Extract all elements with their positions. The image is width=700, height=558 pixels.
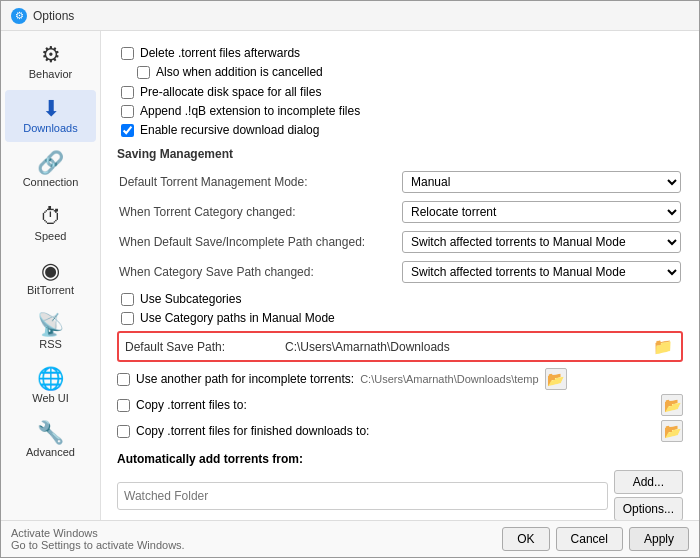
sidebar-item-rss[interactable]: 📡 RSS: [5, 306, 96, 358]
also-when-cancelled-row: Also when addition is cancelled: [117, 65, 683, 79]
sidebar-item-behavior[interactable]: ⚙ Behavior: [5, 36, 96, 88]
watched-folder-input[interactable]: [117, 482, 608, 510]
also-when-cancelled-label: Also when addition is cancelled: [156, 65, 323, 79]
delete-torrent-files-checkbox[interactable]: [121, 47, 134, 60]
default-save-path-label: Default Save Path:: [125, 340, 285, 354]
when-category-save-row: When Category Save Path changed: Switch …: [117, 257, 683, 287]
window-title: Options: [33, 9, 74, 23]
sidebar-label-advanced: Advanced: [26, 446, 75, 458]
when-default-save-select[interactable]: Switch affected torrents to Manual Switc…: [402, 231, 681, 253]
sidebar-item-downloads[interactable]: ⬇ Downloads: [5, 90, 96, 142]
when-default-save-label: When Default Save/Incomplete Path change…: [117, 227, 400, 257]
copy-torrent-finished-checkbox[interactable]: [117, 425, 130, 438]
incomplete-path-checkbox[interactable]: [117, 373, 130, 386]
footer: Activate Windows Go to Settings to activ…: [1, 520, 699, 557]
pre-allocate-row: Pre-allocate disk space for all files: [117, 85, 683, 99]
enable-recursive-row: Enable recursive download dialog: [117, 123, 683, 137]
sidebar-label-bittorrent: BitTorrent: [27, 284, 74, 296]
settings-table: Default Torrent Management Mode: Manual …: [117, 167, 683, 287]
sidebar: ⚙ Behavior ⬇ Downloads 🔗 Connection ⏱ Sp…: [1, 31, 101, 520]
saving-management-title: Saving Management: [117, 147, 683, 161]
ok-button[interactable]: OK: [502, 527, 549, 551]
main-layout: ⚙ Behavior ⬇ Downloads 🔗 Connection ⏱ Sp…: [1, 31, 699, 520]
append-iqb-label: Append .!qB extension to incomplete file…: [140, 104, 360, 118]
add-watched-folder-button[interactable]: Add...: [614, 470, 683, 494]
default-management-select[interactable]: Manual Automatic: [402, 171, 681, 193]
activate-windows-text: Activate Windows: [11, 527, 185, 539]
rss-icon: 📡: [37, 314, 64, 336]
main-panel: Delete .torrent files afterwards Also wh…: [101, 31, 699, 520]
sidebar-label-speed: Speed: [35, 230, 67, 242]
when-default-save-row: When Default Save/Incomplete Path change…: [117, 227, 683, 257]
use-category-paths-label: Use Category paths in Manual Mode: [140, 311, 335, 325]
sidebar-label-webui: Web UI: [32, 392, 68, 404]
sidebar-item-speed[interactable]: ⏱ Speed: [5, 198, 96, 250]
copy-torrent-finished-label: Copy .torrent files for finished downloa…: [136, 424, 369, 438]
speed-icon: ⏱: [40, 206, 62, 228]
when-category-save-label: When Category Save Path changed:: [117, 257, 400, 287]
connection-icon: 🔗: [37, 152, 64, 174]
behavior-icon: ⚙: [41, 44, 61, 66]
when-category-save-select[interactable]: Switch affected torrents to Manual Switc…: [402, 261, 681, 283]
go-to-settings-text: Go to Settings to activate Windows.: [11, 539, 185, 551]
advanced-icon: 🔧: [37, 422, 64, 444]
apply-button[interactable]: Apply: [629, 527, 689, 551]
downloads-icon: ⬇: [42, 98, 60, 120]
sidebar-label-behavior: Behavior: [29, 68, 72, 80]
incomplete-path-label: Use another path for incomplete torrents…: [136, 372, 354, 386]
sidebar-label-connection: Connection: [23, 176, 79, 188]
sidebar-item-webui[interactable]: 🌐 Web UI: [5, 360, 96, 412]
webui-icon: 🌐: [37, 368, 64, 390]
titlebar: ⚙ Options: [1, 1, 699, 31]
use-subcategories-row: Use Subcategories: [117, 292, 683, 306]
enable-recursive-label: Enable recursive download dialog: [140, 123, 319, 137]
activate-windows-overlay: Activate Windows Go to Settings to activ…: [11, 527, 185, 551]
append-iqb-row: Append .!qB extension to incomplete file…: [117, 104, 683, 118]
pre-allocate-label: Pre-allocate disk space for all files: [140, 85, 321, 99]
copy-torrent-finished-row: Copy .torrent files for finished downloa…: [117, 420, 683, 442]
default-save-path-container: Default Save Path: C:\Users\Amarnath\Dow…: [117, 331, 683, 362]
append-iqb-checkbox[interactable]: [121, 105, 134, 118]
watched-folder-row: Add... Options...: [117, 470, 683, 520]
watched-folder-options-button[interactable]: Options...: [614, 497, 683, 520]
auto-add-section-title: Automatically add torrents from:: [117, 452, 683, 466]
incomplete-path-row: Use another path for incomplete torrents…: [117, 368, 683, 390]
default-save-path-value: C:\Users\Amarnath\Downloads: [285, 340, 651, 354]
watched-folder-button-group: Add... Options...: [614, 470, 683, 520]
options-window: ⚙ Options ⚙ Behavior ⬇ Downloads 🔗 Conne…: [0, 0, 700, 558]
when-category-changed-row: When Torrent Category changed: Relocate …: [117, 197, 683, 227]
copy-torrent-browse-button[interactable]: 📂: [661, 394, 683, 416]
cancel-button[interactable]: Cancel: [556, 527, 623, 551]
use-subcategories-label: Use Subcategories: [140, 292, 241, 306]
copy-torrent-label: Copy .torrent files to:: [136, 398, 247, 412]
when-category-changed-label: When Torrent Category changed:: [117, 197, 400, 227]
sidebar-label-downloads: Downloads: [23, 122, 77, 134]
sidebar-item-advanced[interactable]: 🔧 Advanced: [5, 414, 96, 466]
default-save-path-browse-button[interactable]: 📁: [651, 337, 675, 356]
incomplete-path-value: C:\Users\Amarnath\Downloads\temp: [360, 373, 539, 385]
delete-torrent-files-row: Delete .torrent files afterwards: [117, 46, 683, 60]
app-icon: ⚙: [11, 8, 27, 24]
also-when-cancelled-checkbox[interactable]: [137, 66, 150, 79]
copy-torrent-row: Copy .torrent files to: 📂: [117, 394, 683, 416]
when-category-changed-select[interactable]: Relocate torrent Switch affected torrent…: [402, 201, 681, 223]
bittorrent-icon: ◉: [41, 260, 60, 282]
delete-torrent-files-label: Delete .torrent files afterwards: [140, 46, 300, 60]
use-subcategories-checkbox[interactable]: [121, 293, 134, 306]
copy-torrent-finished-browse-button[interactable]: 📂: [661, 420, 683, 442]
sidebar-label-rss: RSS: [39, 338, 62, 350]
pre-allocate-checkbox[interactable]: [121, 86, 134, 99]
enable-recursive-checkbox[interactable]: [121, 124, 134, 137]
use-category-paths-checkbox[interactable]: [121, 312, 134, 325]
default-management-row: Default Torrent Management Mode: Manual …: [117, 167, 683, 197]
copy-torrent-checkbox[interactable]: [117, 399, 130, 412]
use-category-paths-row: Use Category paths in Manual Mode: [117, 311, 683, 325]
incomplete-path-browse-button[interactable]: 📂: [545, 368, 567, 390]
default-management-label: Default Torrent Management Mode:: [117, 167, 400, 197]
sidebar-item-bittorrent[interactable]: ◉ BitTorrent: [5, 252, 96, 304]
sidebar-item-connection[interactable]: 🔗 Connection: [5, 144, 96, 196]
